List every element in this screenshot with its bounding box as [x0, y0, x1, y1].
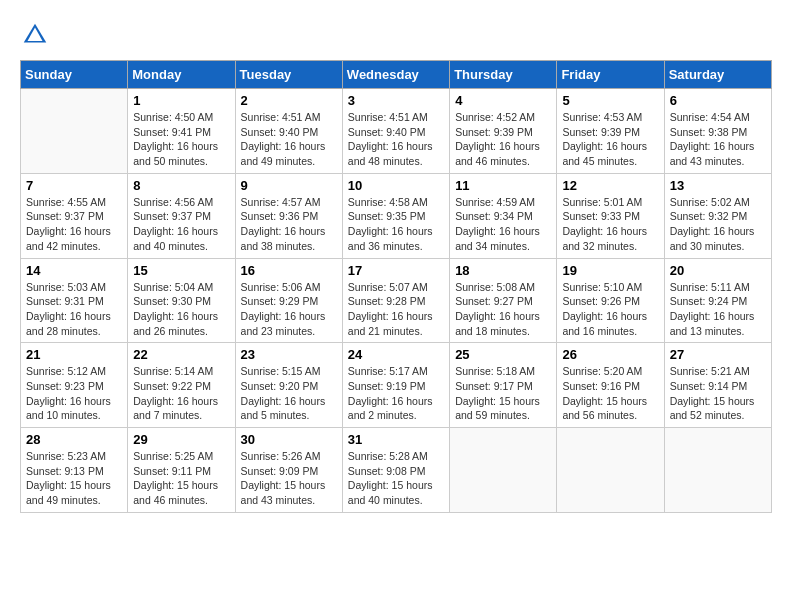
- day-sun-info: Sunrise: 5:28 AMSunset: 9:08 PMDaylight:…: [348, 449, 444, 508]
- day-number: 13: [670, 178, 766, 193]
- day-number: 21: [26, 347, 122, 362]
- day-sun-info: Sunrise: 5:02 AMSunset: 9:32 PMDaylight:…: [670, 195, 766, 254]
- weekday-header-row: SundayMondayTuesdayWednesdayThursdayFrid…: [21, 61, 772, 89]
- day-sun-info: Sunrise: 5:15 AMSunset: 9:20 PMDaylight:…: [241, 364, 337, 423]
- calendar-day-cell: 23Sunrise: 5:15 AMSunset: 9:20 PMDayligh…: [235, 343, 342, 428]
- day-number: 25: [455, 347, 551, 362]
- day-number: 29: [133, 432, 229, 447]
- day-sun-info: Sunrise: 5:08 AMSunset: 9:27 PMDaylight:…: [455, 280, 551, 339]
- day-number: 12: [562, 178, 658, 193]
- weekday-header-friday: Friday: [557, 61, 664, 89]
- day-number: 8: [133, 178, 229, 193]
- weekday-header-thursday: Thursday: [450, 61, 557, 89]
- day-number: 16: [241, 263, 337, 278]
- day-number: 1: [133, 93, 229, 108]
- calendar-day-cell: [664, 428, 771, 513]
- day-sun-info: Sunrise: 5:25 AMSunset: 9:11 PMDaylight:…: [133, 449, 229, 508]
- day-number: 28: [26, 432, 122, 447]
- day-sun-info: Sunrise: 4:54 AMSunset: 9:38 PMDaylight:…: [670, 110, 766, 169]
- calendar-week-row: 7Sunrise: 4:55 AMSunset: 9:37 PMDaylight…: [21, 173, 772, 258]
- day-number: 11: [455, 178, 551, 193]
- day-sun-info: Sunrise: 5:17 AMSunset: 9:19 PMDaylight:…: [348, 364, 444, 423]
- day-sun-info: Sunrise: 4:53 AMSunset: 9:39 PMDaylight:…: [562, 110, 658, 169]
- day-sun-info: Sunrise: 4:58 AMSunset: 9:35 PMDaylight:…: [348, 195, 444, 254]
- day-number: 9: [241, 178, 337, 193]
- day-sun-info: Sunrise: 5:10 AMSunset: 9:26 PMDaylight:…: [562, 280, 658, 339]
- day-number: 7: [26, 178, 122, 193]
- day-sun-info: Sunrise: 5:12 AMSunset: 9:23 PMDaylight:…: [26, 364, 122, 423]
- day-sun-info: Sunrise: 5:04 AMSunset: 9:30 PMDaylight:…: [133, 280, 229, 339]
- day-sun-info: Sunrise: 4:57 AMSunset: 9:36 PMDaylight:…: [241, 195, 337, 254]
- calendar-day-cell: [450, 428, 557, 513]
- calendar-day-cell: 16Sunrise: 5:06 AMSunset: 9:29 PMDayligh…: [235, 258, 342, 343]
- calendar-day-cell: 4Sunrise: 4:52 AMSunset: 9:39 PMDaylight…: [450, 89, 557, 174]
- calendar-day-cell: 28Sunrise: 5:23 AMSunset: 9:13 PMDayligh…: [21, 428, 128, 513]
- day-number: 2: [241, 93, 337, 108]
- day-sun-info: Sunrise: 4:51 AMSunset: 9:40 PMDaylight:…: [241, 110, 337, 169]
- calendar-day-cell: 14Sunrise: 5:03 AMSunset: 9:31 PMDayligh…: [21, 258, 128, 343]
- calendar-day-cell: 21Sunrise: 5:12 AMSunset: 9:23 PMDayligh…: [21, 343, 128, 428]
- day-number: 15: [133, 263, 229, 278]
- day-number: 18: [455, 263, 551, 278]
- weekday-header-saturday: Saturday: [664, 61, 771, 89]
- calendar-day-cell: [21, 89, 128, 174]
- calendar-day-cell: 15Sunrise: 5:04 AMSunset: 9:30 PMDayligh…: [128, 258, 235, 343]
- calendar-day-cell: [557, 428, 664, 513]
- day-number: 5: [562, 93, 658, 108]
- calendar-day-cell: 19Sunrise: 5:10 AMSunset: 9:26 PMDayligh…: [557, 258, 664, 343]
- calendar-week-row: 21Sunrise: 5:12 AMSunset: 9:23 PMDayligh…: [21, 343, 772, 428]
- calendar-day-cell: 20Sunrise: 5:11 AMSunset: 9:24 PMDayligh…: [664, 258, 771, 343]
- day-number: 3: [348, 93, 444, 108]
- calendar-table: SundayMondayTuesdayWednesdayThursdayFrid…: [20, 60, 772, 513]
- calendar-day-cell: 6Sunrise: 4:54 AMSunset: 9:38 PMDaylight…: [664, 89, 771, 174]
- calendar-day-cell: 24Sunrise: 5:17 AMSunset: 9:19 PMDayligh…: [342, 343, 449, 428]
- weekday-header-tuesday: Tuesday: [235, 61, 342, 89]
- day-number: 24: [348, 347, 444, 362]
- calendar-day-cell: 12Sunrise: 5:01 AMSunset: 9:33 PMDayligh…: [557, 173, 664, 258]
- calendar-day-cell: 3Sunrise: 4:51 AMSunset: 9:40 PMDaylight…: [342, 89, 449, 174]
- logo: [20, 20, 54, 50]
- calendar-day-cell: 27Sunrise: 5:21 AMSunset: 9:14 PMDayligh…: [664, 343, 771, 428]
- calendar-day-cell: 22Sunrise: 5:14 AMSunset: 9:22 PMDayligh…: [128, 343, 235, 428]
- calendar-day-cell: 9Sunrise: 4:57 AMSunset: 9:36 PMDaylight…: [235, 173, 342, 258]
- logo-icon: [20, 20, 50, 50]
- day-number: 23: [241, 347, 337, 362]
- day-sun-info: Sunrise: 4:52 AMSunset: 9:39 PMDaylight:…: [455, 110, 551, 169]
- calendar-day-cell: 18Sunrise: 5:08 AMSunset: 9:27 PMDayligh…: [450, 258, 557, 343]
- calendar-day-cell: 8Sunrise: 4:56 AMSunset: 9:37 PMDaylight…: [128, 173, 235, 258]
- day-sun-info: Sunrise: 4:59 AMSunset: 9:34 PMDaylight:…: [455, 195, 551, 254]
- day-sun-info: Sunrise: 5:11 AMSunset: 9:24 PMDaylight:…: [670, 280, 766, 339]
- weekday-header-wednesday: Wednesday: [342, 61, 449, 89]
- day-sun-info: Sunrise: 5:26 AMSunset: 9:09 PMDaylight:…: [241, 449, 337, 508]
- day-sun-info: Sunrise: 4:55 AMSunset: 9:37 PMDaylight:…: [26, 195, 122, 254]
- calendar-day-cell: 30Sunrise: 5:26 AMSunset: 9:09 PMDayligh…: [235, 428, 342, 513]
- weekday-header-sunday: Sunday: [21, 61, 128, 89]
- calendar-week-row: 28Sunrise: 5:23 AMSunset: 9:13 PMDayligh…: [21, 428, 772, 513]
- day-sun-info: Sunrise: 5:01 AMSunset: 9:33 PMDaylight:…: [562, 195, 658, 254]
- day-number: 26: [562, 347, 658, 362]
- calendar-day-cell: 29Sunrise: 5:25 AMSunset: 9:11 PMDayligh…: [128, 428, 235, 513]
- day-number: 19: [562, 263, 658, 278]
- day-number: 10: [348, 178, 444, 193]
- weekday-header-monday: Monday: [128, 61, 235, 89]
- calendar-day-cell: 2Sunrise: 4:51 AMSunset: 9:40 PMDaylight…: [235, 89, 342, 174]
- day-sun-info: Sunrise: 5:20 AMSunset: 9:16 PMDaylight:…: [562, 364, 658, 423]
- day-sun-info: Sunrise: 5:14 AMSunset: 9:22 PMDaylight:…: [133, 364, 229, 423]
- calendar-day-cell: 7Sunrise: 4:55 AMSunset: 9:37 PMDaylight…: [21, 173, 128, 258]
- calendar-day-cell: 26Sunrise: 5:20 AMSunset: 9:16 PMDayligh…: [557, 343, 664, 428]
- day-number: 30: [241, 432, 337, 447]
- day-sun-info: Sunrise: 5:21 AMSunset: 9:14 PMDaylight:…: [670, 364, 766, 423]
- day-number: 31: [348, 432, 444, 447]
- calendar-day-cell: 5Sunrise: 4:53 AMSunset: 9:39 PMDaylight…: [557, 89, 664, 174]
- calendar-day-cell: 1Sunrise: 4:50 AMSunset: 9:41 PMDaylight…: [128, 89, 235, 174]
- day-sun-info: Sunrise: 4:50 AMSunset: 9:41 PMDaylight:…: [133, 110, 229, 169]
- day-sun-info: Sunrise: 5:23 AMSunset: 9:13 PMDaylight:…: [26, 449, 122, 508]
- day-number: 4: [455, 93, 551, 108]
- day-number: 20: [670, 263, 766, 278]
- calendar-day-cell: 13Sunrise: 5:02 AMSunset: 9:32 PMDayligh…: [664, 173, 771, 258]
- day-number: 6: [670, 93, 766, 108]
- day-number: 22: [133, 347, 229, 362]
- calendar-week-row: 1Sunrise: 4:50 AMSunset: 9:41 PMDaylight…: [21, 89, 772, 174]
- day-sun-info: Sunrise: 5:06 AMSunset: 9:29 PMDaylight:…: [241, 280, 337, 339]
- calendar-day-cell: 11Sunrise: 4:59 AMSunset: 9:34 PMDayligh…: [450, 173, 557, 258]
